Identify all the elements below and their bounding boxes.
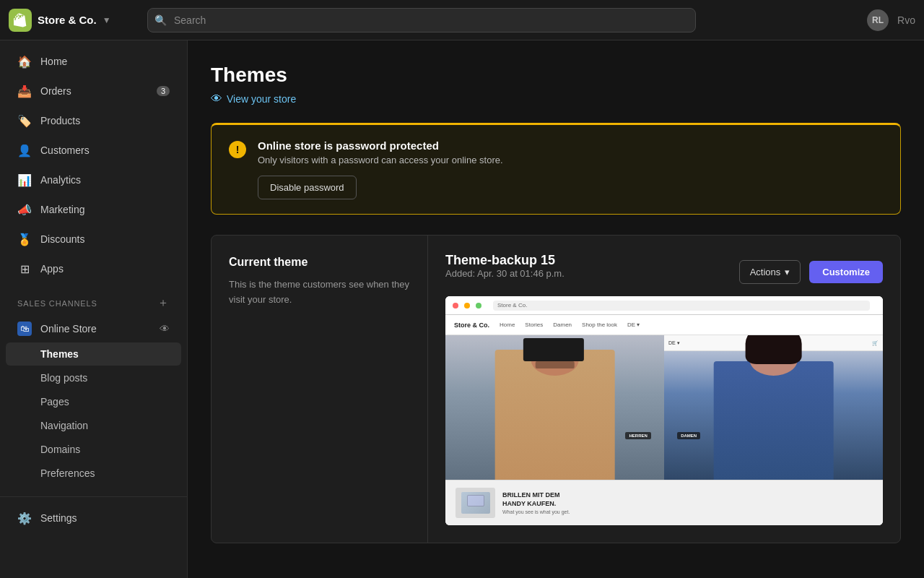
alert-title: Online store is password protected: [258, 139, 883, 152]
search-input[interactable]: [147, 8, 696, 33]
sidebar-label-orders: Orders: [40, 85, 71, 97]
settings-icon: ⚙️: [17, 511, 32, 525]
shopify-icon: [9, 9, 32, 32]
password-alert-banner: ! Online store is password protected Onl…: [211, 123, 901, 215]
user-extra: Rvo: [897, 14, 915, 26]
sidebar-sub-navigation[interactable]: Navigation: [6, 414, 181, 437]
sidebar-label-products: Products: [40, 115, 80, 126]
sidebar-item-analytics[interactable]: 📊 Analytics: [6, 165, 181, 194]
store-logo[interactable]: Store & Co. ▼: [9, 9, 139, 32]
customers-icon: 👤: [17, 143, 32, 158]
preview-headline2: HANDY KAUFEN.: [502, 500, 570, 509]
sidebar-item-online-store[interactable]: 🛍 Online Store 👁: [6, 316, 181, 342]
herren-badge: HERREN: [625, 432, 650, 439]
alert-description: Only visitors with a password can access…: [258, 155, 883, 165]
sidebar-sub-themes[interactable]: Themes: [6, 342, 181, 366]
preview-subline: What you see is what you get.: [502, 509, 570, 514]
current-theme-label: Current theme: [229, 256, 410, 269]
damen-badge: DAMEN: [677, 432, 700, 439]
chevron-down-icon: ▾: [785, 267, 790, 277]
sidebar-label-discounts: Discounts: [40, 233, 84, 245]
actions-dropdown-button[interactable]: Actions ▾: [739, 260, 801, 284]
theme-preview-area: Theme-backup 15 Added: Apr. 30 at 01:46 …: [428, 236, 900, 543]
eye-icon[interactable]: 👁: [160, 323, 170, 335]
current-theme-info: Current theme This is the theme customer…: [212, 236, 428, 543]
sub-navigation-label: Navigation: [40, 420, 88, 431]
sidebar-bottom: ⚙️ Settings: [0, 496, 187, 532]
sidebar-label-apps: Apps: [40, 263, 64, 275]
sub-pages-label: Pages: [40, 396, 69, 407]
sales-channels-section: SALES CHANNELS ＋: [0, 284, 187, 315]
sidebar-sub-domains[interactable]: Domains: [6, 438, 181, 461]
discounts-icon: 🏅: [17, 232, 32, 246]
alert-warning-icon: !: [229, 141, 246, 158]
view-store-label: View your store: [227, 93, 296, 105]
search-icon: 🔍: [154, 14, 167, 26]
topbar-right: RL Rvo: [867, 9, 915, 31]
sidebar-label-marketing: Marketing: [40, 204, 84, 215]
disable-password-button[interactable]: Disable password: [258, 176, 357, 199]
online-store-icon: 🛍: [17, 322, 32, 336]
store-name: Store & Co.: [38, 14, 97, 26]
theme-actions: Actions ▾ Customize: [739, 260, 883, 284]
sales-channels-label: SALES CHANNELS: [17, 299, 97, 308]
app-layout: 🏠 Home 📥 Orders 3 🏷️ Products 👤 Customer…: [0, 40, 924, 578]
customize-button[interactable]: Customize: [809, 261, 883, 283]
add-sales-channel-icon[interactable]: ＋: [157, 296, 170, 311]
sidebar-item-home[interactable]: 🏠 Home: [6, 47, 181, 76]
sub-blog-posts-label: Blog posts: [40, 372, 87, 384]
sidebar-item-marketing[interactable]: 📣 Marketing: [6, 195, 181, 224]
sub-themes-label: Themes: [40, 348, 79, 360]
home-icon: 🏠: [17, 54, 32, 69]
sidebar-label-analytics: Analytics: [40, 174, 81, 186]
current-theme-description: This is the theme customers see when the…: [229, 277, 410, 308]
alert-content: Online store is password protected Only …: [258, 139, 883, 199]
marketing-icon: 📣: [17, 202, 32, 217]
view-store-link[interactable]: 👁 View your store: [211, 92, 901, 105]
theme-name: Theme-backup 15: [445, 253, 565, 268]
analytics-icon: 📊: [17, 173, 32, 187]
sub-domains-label: Domains: [40, 444, 80, 455]
sub-preferences-label: Preferences: [40, 467, 95, 479]
products-icon: 🏷️: [17, 113, 32, 128]
topbar: Store & Co. ▼ 🔍 RL Rvo: [0, 0, 924, 40]
theme-preview-mockup: Store & Co. Store & Co. Home Stories Dam…: [445, 296, 883, 525]
actions-label: Actions: [750, 267, 781, 277]
orders-icon: 📥: [17, 84, 32, 98]
theme-added-date: Added: Apr. 30 at 01:46 p.m.: [445, 268, 565, 279]
sidebar-label-home: Home: [40, 56, 67, 67]
eye-store-icon: 👁: [211, 92, 222, 105]
sidebar-item-discounts[interactable]: 🏅 Discounts: [6, 225, 181, 254]
user-initials[interactable]: RL: [867, 9, 889, 31]
online-store-label: Online Store: [40, 323, 97, 335]
sidebar-sub-blog-posts[interactable]: Blog posts: [6, 366, 181, 389]
sidebar: 🏠 Home 📥 Orders 3 🏷️ Products 👤 Customer…: [0, 40, 188, 578]
sidebar-item-orders[interactable]: 📥 Orders 3: [6, 77, 181, 105]
theme-preview-header: Theme-backup 15 Added: Apr. 30 at 01:46 …: [445, 253, 883, 290]
sidebar-sub-pages[interactable]: Pages: [6, 390, 181, 413]
current-theme-section: Current theme This is the theme customer…: [211, 235, 901, 543]
sidebar-label-customers: Customers: [40, 144, 90, 156]
search-container: 🔍: [147, 8, 696, 33]
sidebar-item-settings[interactable]: ⚙️ Settings: [6, 504, 181, 532]
sidebar-sub-preferences[interactable]: Preferences: [6, 462, 181, 485]
apps-icon: ⊞: [17, 262, 32, 276]
dropdown-icon[interactable]: ▼: [103, 15, 111, 25]
sidebar-item-customers[interactable]: 👤 Customers: [6, 136, 181, 165]
sidebar-item-products[interactable]: 🏷️ Products: [6, 106, 181, 135]
preview-headline: BRILLEN MIT DEM: [502, 491, 570, 500]
orders-badge: 3: [157, 86, 170, 96]
page-title: Themes: [211, 64, 901, 87]
main-content: Themes 👁 View your store ! Online store …: [188, 40, 924, 578]
sidebar-item-apps[interactable]: ⊞ Apps: [6, 254, 181, 283]
sidebar-label-settings: Settings: [40, 512, 77, 524]
